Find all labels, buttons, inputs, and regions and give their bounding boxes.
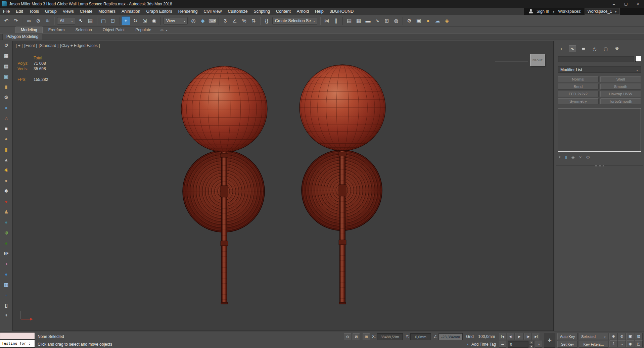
percent-snap-toggle-icon[interactable]: %	[240, 16, 248, 25]
viewport-canvas[interactable]	[13, 41, 553, 331]
select-by-name-icon[interactable]: ▤	[86, 16, 95, 25]
tab-populate[interactable]: Populate	[130, 27, 156, 33]
select-and-scale-icon[interactable]: ⇲	[140, 16, 149, 25]
object-name-field[interactable]	[558, 56, 634, 62]
grass-icon[interactable]: ψ	[3, 229, 10, 236]
sun-light-icon[interactable]: ☀	[3, 167, 10, 173]
menu-group[interactable]: Group	[42, 8, 60, 15]
modifier-list-dropdown[interactable]: Modifier List	[558, 66, 641, 73]
viewport-standard-menu[interactable]: [Standard ]	[39, 43, 58, 48]
modifier-set-button-shell[interactable]: Shell	[600, 76, 641, 82]
menu-animation[interactable]: Animation	[119, 8, 143, 15]
orbit-button[interactable]: ◉	[626, 340, 634, 347]
select-object-icon[interactable]: ↖	[77, 16, 85, 25]
remove-modifier-button[interactable]: ×	[579, 155, 582, 160]
app-logo-icon[interactable]	[2, 1, 7, 6]
curve-editor-icon[interactable]: ∿	[373, 16, 382, 25]
use-pivot-point-center-icon[interactable]: ◎	[189, 16, 198, 25]
document-icon[interactable]: ▯	[3, 302, 10, 309]
help-icon[interactable]: ?	[3, 312, 10, 319]
spreadsheet-icon[interactable]: ▤	[3, 63, 10, 69]
y-coordinate-field[interactable]: 0,0mm	[410, 333, 431, 340]
show-end-result-button[interactable]: ‖	[565, 155, 567, 160]
zoom-all-button[interactable]: ⊛	[618, 333, 626, 340]
selection-lock-toggle[interactable]: ⊠	[353, 333, 360, 340]
z-coordinate-field[interactable]: -23,384mm	[439, 333, 463, 340]
ribbon-display-toggle-button[interactable]: ▭	[160, 28, 164, 32]
workspace-dropdown[interactable]: Workspace_1	[585, 8, 619, 15]
modifier-set-button-normal[interactable]: Normal	[558, 76, 599, 82]
scatter-dots-icon[interactable]: ∴	[3, 115, 10, 121]
select-and-rotate-icon[interactable]: ↻	[131, 16, 140, 25]
spinner-up-icon[interactable]: ▲	[529, 341, 534, 345]
maxscript-mini-listener[interactable]: Testing for ;	[0, 340, 35, 348]
tab-freeform[interactable]: Freeform	[43, 27, 70, 33]
menu-civil-view[interactable]: Civil View	[200, 8, 225, 15]
autodesk-account-icon[interactable]: ◈	[443, 16, 451, 25]
modifier-set-button-ffd-2x2x2[interactable]: FFD 2x2x2	[558, 91, 599, 97]
select-and-manipulate-icon[interactable]: ◆	[198, 16, 207, 25]
red-ball-icon[interactable]: ●	[3, 198, 10, 205]
dark-box-icon[interactable]: ▪	[3, 292, 10, 298]
configure-modifier-sets-button[interactable]: ⚙	[586, 155, 590, 160]
render-in-cloud-icon[interactable]: ☁	[433, 16, 442, 25]
time-configuration-button[interactable]: ◔	[535, 341, 542, 348]
render-production-icon[interactable]: ●	[424, 16, 432, 25]
absolute-mode-toggle[interactable]: ⊞	[363, 333, 370, 340]
menu-help[interactable]: Help	[312, 8, 327, 15]
teal-sphere-icon[interactable]: ●	[3, 219, 10, 226]
menu-create[interactable]: Create	[77, 8, 96, 15]
x-coordinate-field[interactable]: 38488,59m	[377, 333, 403, 340]
image-panel-icon[interactable]: ▣	[3, 73, 10, 80]
hf-tool-icon[interactable]: HF	[3, 250, 10, 257]
tab-object-paint[interactable]: Object Paint	[98, 27, 130, 33]
viewcube-front-face[interactable]: FRONT	[533, 59, 543, 62]
tab-display[interactable]: ▢	[602, 45, 609, 52]
lamp-sconce-object[interactable]	[300, 65, 385, 304]
previous-frame-button[interactable]: ◀|	[507, 333, 514, 340]
modifier-set-button-smooth[interactable]: Smooth	[600, 84, 641, 90]
go-to-end-button[interactable]: ▶|	[533, 333, 540, 340]
menu-views[interactable]: Views	[60, 8, 77, 15]
key-mode-toggle[interactable]: ◂▸	[499, 341, 506, 348]
toggle-scene-explorer-icon[interactable]: ▤	[345, 16, 354, 25]
menu-scripting[interactable]: Scripting	[250, 8, 273, 15]
gear-tool-icon[interactable]: ⚙	[3, 94, 10, 101]
white-box-icon[interactable]: ■	[3, 125, 10, 132]
menu-customize[interactable]: Customize	[225, 8, 250, 15]
grid-panel-icon[interactable]: ▦	[3, 52, 10, 59]
set-key-button[interactable]: Set Key	[557, 341, 578, 348]
add-time-tag-button[interactable]: Add Time Tag	[471, 342, 496, 347]
menu-rendering[interactable]: Rendering	[175, 8, 201, 15]
menu-tools[interactable]: Tools	[26, 8, 42, 15]
modifier-set-button-unwrap-uvw[interactable]: Unwrap UVW	[600, 91, 641, 97]
menu-content[interactable]: Content	[273, 8, 294, 15]
select-and-link-icon[interactable]: ∞	[25, 16, 33, 25]
select-and-move-icon[interactable]: +	[122, 16, 130, 25]
named-selection-sets-dropdown[interactable]: Create Selection Se	[272, 17, 317, 24]
tab-modeling[interactable]: Modeling	[15, 27, 43, 33]
auto-key-button[interactable]: Auto Key	[557, 333, 578, 340]
redo-icon[interactable]: ↷	[11, 16, 20, 25]
go-to-start-button[interactable]: |◀	[499, 333, 506, 340]
zoom-extents-all-button[interactable]: ▣	[626, 333, 634, 340]
current-frame-field[interactable]: 0	[508, 341, 528, 348]
reference-coordinate-dropdown[interactable]: View	[164, 17, 188, 24]
modifier-set-button-turbosmooth[interactable]: TurboSmooth	[600, 98, 641, 104]
modifier-set-button-symmetry[interactable]: Symmetry	[558, 98, 599, 104]
tab-hierarchy[interactable]: ≣	[580, 45, 587, 52]
blue-sphere-icon[interactable]: ●	[3, 104, 10, 111]
spinner-down-icon[interactable]: ▼	[529, 345, 534, 348]
blue-ball-icon[interactable]: ●	[3, 271, 10, 278]
edit-named-selection-sets-icon[interactable]: {}	[262, 16, 271, 25]
schematic-view-icon[interactable]: ⊞	[382, 16, 391, 25]
snaps-toggle-icon[interactable]: 3	[221, 16, 230, 25]
mirror-icon[interactable]: ⋈	[322, 16, 331, 25]
arc-rotate-icon[interactable]: ↺	[3, 42, 10, 49]
walk-through-button[interactable]: ∴	[618, 340, 626, 347]
pin-stack-button[interactable]: ⌖	[558, 154, 561, 160]
toggle-ribbon-icon[interactable]: ▬	[364, 16, 372, 25]
biped-figure-icon[interactable]: ♟	[3, 208, 10, 215]
minimize-button[interactable]: –	[608, 0, 620, 8]
palette-icon[interactable]: ◑	[3, 260, 10, 267]
